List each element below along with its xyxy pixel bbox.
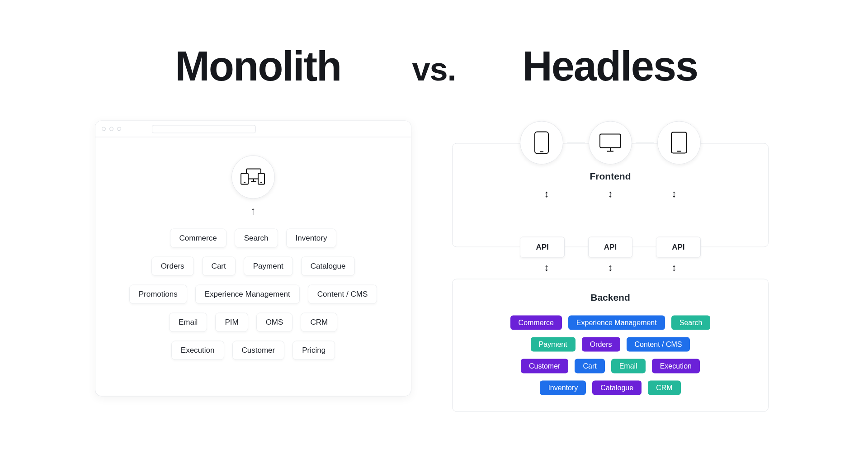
monolith-tag: Commerce bbox=[170, 229, 226, 248]
monolith-tag: Email bbox=[169, 313, 208, 332]
tablet-icon bbox=[657, 121, 701, 165]
traffic-light-icon bbox=[117, 127, 121, 131]
backend-tag: Content / CMS bbox=[627, 337, 690, 352]
monolith-tag-row: EmailPIMOMSCRM bbox=[169, 313, 337, 332]
headless-stack: Frontend ↕ ↕ ↕ APIAPIAPI ↕ ↕ ↕ bbox=[452, 121, 769, 412]
monolith-devices-icon bbox=[231, 156, 275, 199]
api-box: API bbox=[656, 237, 700, 258]
svg-rect-12 bbox=[671, 132, 687, 153]
monolith-tag: Inventory bbox=[286, 229, 337, 248]
bidirectional-arrow-icon: ↕ bbox=[608, 263, 613, 273]
backend-tag: Inventory bbox=[540, 381, 586, 395]
monolith-tag: PIM bbox=[215, 313, 248, 332]
device-circles-row bbox=[453, 121, 768, 165]
traffic-light-icon bbox=[102, 127, 106, 131]
browser-chrome bbox=[95, 121, 411, 137]
monolith-tag: CRM bbox=[301, 313, 337, 332]
monolith-tag-row: OrdersCartPaymentCatalogue bbox=[151, 257, 355, 276]
svg-rect-9 bbox=[600, 134, 621, 148]
backend-tag: Email bbox=[611, 359, 646, 374]
backend-tag: Experience Management bbox=[568, 316, 665, 330]
backend-tag: Commerce bbox=[510, 316, 562, 330]
phone-icon bbox=[520, 121, 563, 165]
desktop-icon bbox=[589, 121, 632, 165]
backend-tag: Search bbox=[671, 316, 711, 330]
monolith-tag: Pricing bbox=[292, 341, 335, 360]
api-box: API bbox=[588, 237, 632, 258]
heading-vs: vs. bbox=[412, 51, 456, 88]
backend-tag-row: PaymentOrdersContent / CMS bbox=[531, 337, 690, 352]
backend-tag-row: CommerceExperience ManagementSearch bbox=[510, 316, 711, 330]
monolith-tag: Cart bbox=[202, 257, 236, 276]
svg-rect-7 bbox=[535, 132, 548, 154]
diagram-stage: Monolith vs. Headless bbox=[95, 43, 773, 412]
backend-label: Backend bbox=[465, 292, 755, 303]
backend-tag-row: CustomerCartEmailExecution bbox=[521, 359, 700, 374]
backend-tag: CRM bbox=[648, 381, 680, 395]
monolith-tag: Execution bbox=[171, 341, 224, 360]
bidirectional-arrow-icon: ↕ bbox=[544, 263, 549, 273]
bidirectional-arrow-icon: ↕ bbox=[544, 189, 549, 199]
backend-tag: Orders bbox=[582, 337, 620, 352]
connector-line bbox=[636, 142, 654, 143]
monolith-tag-rows: CommerceSearchInventoryOrdersCartPayment… bbox=[129, 229, 377, 360]
frontend-arrow-row: ↕ ↕ ↕ bbox=[462, 189, 759, 199]
backend-box: Backend CommerceExperience ManagementSea… bbox=[452, 279, 769, 412]
monolith-tag: Promotions bbox=[129, 285, 187, 304]
monolith-tag: Payment bbox=[244, 257, 293, 276]
monolith-tag-row: ExecutionCustomerPricing bbox=[171, 341, 335, 360]
heading-headless: Headless bbox=[456, 43, 764, 90]
arrow-up-icon: ↑ bbox=[250, 205, 256, 216]
backend-tag: Catalogue bbox=[592, 381, 642, 395]
backend-tag-rows: CommerceExperience ManagementSearchPayme… bbox=[465, 316, 755, 395]
frontend-label: Frontend bbox=[462, 171, 759, 182]
monolith-tag: Content / CMS bbox=[308, 285, 377, 304]
traffic-light-icon bbox=[109, 127, 113, 131]
mid-arrow-row: ↕ ↕ ↕ bbox=[544, 263, 677, 273]
headless-column: Frontend ↕ ↕ ↕ APIAPIAPI ↕ ↕ ↕ bbox=[452, 121, 773, 412]
monolith-tag: Customer bbox=[232, 341, 285, 360]
columns: ↑ CommerceSearchInventoryOrdersCartPayme… bbox=[95, 121, 773, 412]
monolith-tag: Orders bbox=[151, 257, 194, 276]
api-row: APIAPIAPI bbox=[453, 237, 768, 258]
browser-body: ↑ CommerceSearchInventoryOrdersCartPayme… bbox=[95, 137, 411, 396]
bidirectional-arrow-icon: ↕ bbox=[672, 189, 677, 199]
heading-row: Monolith vs. Headless bbox=[95, 43, 773, 90]
monolith-tag: OMS bbox=[256, 313, 293, 332]
monolith-tag: Search bbox=[235, 229, 278, 248]
bidirectional-arrow-icon: ↕ bbox=[672, 263, 677, 273]
frontend-box: Frontend ↕ ↕ ↕ APIAPIAPI bbox=[452, 143, 769, 247]
backend-tag: Payment bbox=[531, 337, 576, 352]
backend-tag: Customer bbox=[521, 359, 568, 374]
browser-window: ↑ CommerceSearchInventoryOrdersCartPayme… bbox=[95, 121, 411, 397]
heading-monolith: Monolith bbox=[104, 43, 412, 90]
monolith-tag-row: PromotionsExperience ManagementContent /… bbox=[129, 285, 377, 304]
monolith-tag: Experience Management bbox=[195, 285, 300, 304]
monolith-tag-row: CommerceSearchInventory bbox=[170, 229, 337, 248]
monolith-tag: Catalogue bbox=[301, 257, 355, 276]
connector-line bbox=[567, 142, 585, 143]
api-box: API bbox=[520, 237, 564, 258]
backend-tag-row: InventoryCatalogueCRM bbox=[540, 381, 680, 395]
monolith-column: ↑ CommerceSearchInventoryOrdersCartPayme… bbox=[95, 121, 416, 397]
bidirectional-arrow-icon: ↕ bbox=[608, 189, 613, 199]
backend-tag: Cart bbox=[575, 359, 604, 374]
backend-tag: Execution bbox=[652, 359, 700, 374]
address-bar bbox=[152, 125, 256, 133]
